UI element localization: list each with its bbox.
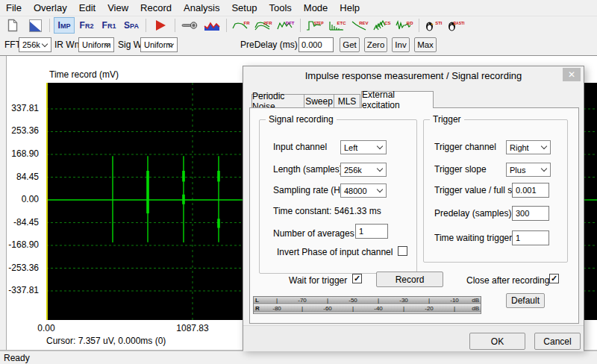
trigger-channel-select[interactable]: Right — [506, 140, 551, 154]
ok-button[interactable]: OK — [469, 333, 525, 350]
inv-button[interactable]: Inv — [392, 37, 410, 52]
menu-mode[interactable]: Mode — [298, 0, 334, 16]
new-document-icon[interactable] — [2, 17, 23, 34]
status-text: Ready — [4, 353, 30, 363]
menu-record[interactable]: Record — [134, 0, 178, 16]
meter-channel-label: R — [254, 305, 264, 313]
reverberation-button[interactable]: REV — [349, 17, 370, 34]
menu-overlay[interactable]: Overlay — [28, 0, 73, 16]
signal-recording-legend: Signal recording — [266, 114, 337, 125]
fft-size-select[interactable]: 256k — [19, 37, 51, 52]
toolbar-separator — [175, 19, 175, 32]
max-button[interactable]: Max — [414, 37, 437, 52]
number-of-averages-input[interactable] — [355, 224, 388, 239]
y-axis-tick: -337.81 — [8, 285, 39, 295]
meter-scale-cell: -40 — [366, 305, 391, 313]
step-response-button[interactable]: STEP — [304, 17, 325, 34]
meter-scale-cell: | — [416, 297, 442, 304]
invert-phase-label: Invert Phase of input channel — [277, 247, 393, 257]
dialog-close-button[interactable]: ✕ — [563, 68, 581, 81]
sampling-rate-value: 48000 — [344, 186, 367, 195]
menu-analysis[interactable]: Analysis — [178, 0, 225, 16]
menu-help[interactable]: Help — [334, 0, 366, 16]
close-after-recording-label: Close after recording — [466, 275, 549, 286]
zero-button[interactable]: Zero — [364, 37, 387, 52]
time-constant-label: Time constant: — [273, 206, 331, 216]
predelay-samples-label: Predelay (samples) — [434, 208, 511, 219]
y-axis-tick: -168.90 — [8, 239, 39, 250]
etc-button[interactable]: ETC — [327, 17, 348, 34]
get-button[interactable]: Get — [340, 37, 360, 52]
scale-icon[interactable] — [25, 17, 46, 34]
svg-text:CS: CS — [384, 20, 390, 25]
svg-text:REV: REV — [359, 20, 368, 25]
level-meter-row: L|-70|-50|-30|-10dB — [254, 297, 481, 304]
tab-mls[interactable]: MLS — [334, 94, 360, 108]
ir-wnd-select[interactable]: Uniform — [78, 37, 114, 52]
cumulative-spectrum-button[interactable]: CS — [372, 17, 393, 34]
meter-scale-cell: -10 — [442, 297, 467, 304]
meter-scale-cell: | — [391, 305, 416, 313]
burst-decay-button[interactable]: BD — [394, 17, 415, 34]
input-channel-label: Input channel — [273, 142, 327, 152]
menu-file[interactable]: File — [0, 0, 28, 16]
trigger-value-input[interactable] — [512, 183, 549, 198]
default-button[interactable]: Default — [506, 293, 545, 308]
length-samples-label: Length (samples) — [273, 164, 343, 175]
fr-overlay-button[interactable]: 2FR — [253, 17, 274, 34]
toolbar-separator — [419, 19, 419, 32]
trigger-group: Trigger Trigger channel Right Trigger sl… — [423, 119, 568, 263]
tab-sweep[interactable]: Sweep — [304, 94, 334, 108]
close-icon: ✕ — [568, 69, 575, 80]
menu-setup[interactable]: Setup — [225, 0, 263, 16]
imp-mode-button[interactable]: IMP — [54, 17, 75, 34]
sti-button[interactable]: STI — [423, 17, 444, 34]
dialog-titlebar[interactable]: Impulse response measurement / Signal re… — [243, 66, 584, 84]
fr-smoothed-button[interactable]: FR — [231, 17, 251, 34]
signal-generator-icon[interactable] — [201, 17, 222, 34]
sig-wnd-select[interactable]: Uniform — [140, 37, 178, 52]
toolbar-separator — [49, 19, 50, 32]
menu-tools[interactable]: Tools — [263, 0, 297, 16]
settings-toolbar: FFT 256k IR Wnd Uniform Sig Wnd Uniform … — [0, 34, 597, 55]
dft-button[interactable]: DFT — [275, 17, 296, 34]
meter-unit-label: dB — [467, 297, 481, 304]
predelay-input[interactable] — [298, 37, 334, 52]
close-after-recording-checkbox[interactable] — [549, 274, 559, 283]
y-axis-tick: 168.90 — [11, 148, 39, 159]
svg-text:STI: STI — [435, 20, 443, 25]
trigger-slope-label: Trigger slope — [434, 164, 487, 175]
rasti-button[interactable]: RASTI — [446, 17, 466, 34]
meter-scale-cell: -50 — [340, 297, 366, 304]
time-constant-value: 5461.33 ms — [334, 206, 381, 216]
length-samples-select[interactable]: 256k — [340, 163, 387, 177]
tab-periodic-noise[interactable]: Periodic Noise — [251, 94, 304, 108]
wait-for-trigger-checkbox[interactable] — [352, 274, 362, 283]
chevron-down-icon — [377, 166, 383, 172]
predelay-samples-input[interactable] — [512, 206, 549, 221]
spa-mode-button[interactable]: SPA — [121, 17, 142, 34]
time-waiting-input[interactable] — [512, 230, 549, 245]
meter-scale-cell: -30 — [391, 297, 416, 304]
cancel-button[interactable]: Cancel — [534, 333, 581, 350]
tab-external-excitation[interactable]: External excitation — [361, 91, 434, 108]
play-record-button[interactable] — [150, 17, 171, 34]
record-button[interactable]: Record — [376, 272, 443, 287]
invert-phase-checkbox[interactable] — [398, 246, 407, 256]
fr1-mode-button[interactable]: FR1 — [99, 17, 119, 34]
meter-scale-cell: | — [290, 305, 315, 313]
menu-edit[interactable]: Edit — [73, 0, 101, 16]
menu-view[interactable]: View — [101, 0, 134, 16]
length-samples-value: 256k — [344, 166, 362, 175]
microphone-icon[interactable] — [179, 17, 200, 34]
fr2-mode-button[interactable]: FR2 — [76, 17, 97, 34]
sampling-rate-select[interactable]: 48000 — [340, 183, 387, 198]
meter-channel-label: L — [254, 297, 264, 304]
meter-scale-cell: -20 — [416, 305, 442, 313]
y-axis-tick: 337.81 — [11, 103, 39, 113]
impulse-response-dialog: Impulse response measurement / Signal re… — [243, 66, 584, 351]
chart-title: Time record (mV) — [49, 69, 119, 80]
trigger-slope-select[interactable]: Plus — [506, 163, 551, 177]
main-toolbar: IMPFR2FR1SPAFR2FRDFTSTEPETCREVCSBDSTIRAS… — [1, 16, 596, 34]
input-channel-select[interactable]: Left — [340, 140, 387, 154]
